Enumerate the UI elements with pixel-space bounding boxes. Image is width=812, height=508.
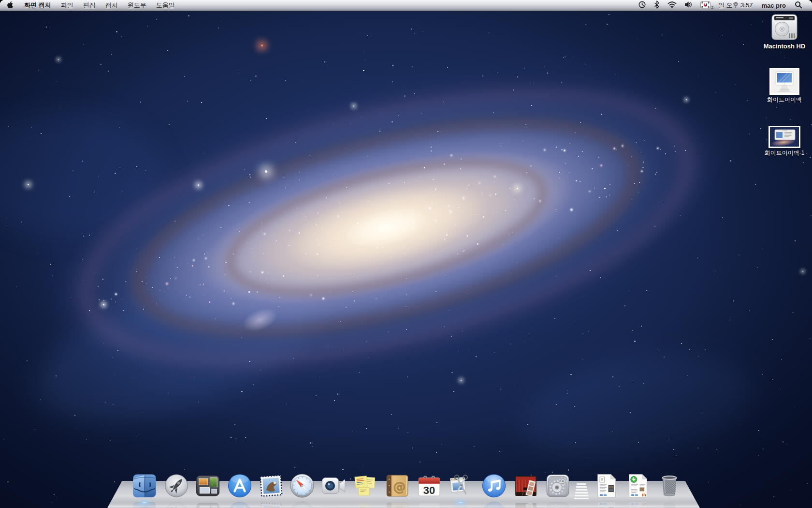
menu-bar: 화면 캡처 파일 편집 캡처 윈도우 도움말 (0, 0, 812, 11)
menu-window[interactable]: 윈도우 (123, 0, 151, 11)
volume-menu[interactable] (681, 0, 696, 11)
wallpaper-andromeda (0, 0, 812, 508)
menu-clock[interactable]: 일 오후 3:57 (714, 1, 757, 10)
running-app-indicator (140, 501, 149, 504)
app-menu-title[interactable]: 화면 캡처 (19, 0, 56, 11)
dock-item-document-download[interactable] (624, 472, 652, 499)
desktop-icon-label: 화이트아이맥 (761, 96, 808, 103)
dock-item-grab[interactable] (447, 472, 474, 499)
starfield (0, 0, 812, 508)
dock-item-trash[interactable] (656, 472, 683, 499)
menu-help[interactable]: 도움말 (151, 0, 180, 11)
desktop-icon-label: Macintosh HD (761, 43, 808, 50)
dock-item-stickies[interactable] (351, 472, 378, 499)
dock-item-system-preferences[interactable] (544, 472, 571, 499)
dock-item-finder[interactable] (131, 472, 158, 499)
volume-icon (684, 1, 693, 10)
companion-galaxy (239, 303, 281, 336)
screen-corner (808, 0, 812, 4)
spotlight-menu[interactable] (791, 0, 806, 11)
desktop-screen: 화면 캡처 파일 편집 캡처 윈도우 도움말 (0, 0, 812, 508)
wifi-menu[interactable] (664, 0, 681, 11)
korean-flag-icon (700, 1, 710, 10)
menu-capture[interactable]: 캡처 (101, 0, 123, 11)
svg-text:30: 30 (423, 484, 435, 496)
menu-edit[interactable]: 편집 (78, 0, 101, 11)
dock-item-facetime[interactable] (320, 472, 347, 499)
time-machine-menu[interactable] (634, 0, 650, 11)
dock-item-mail[interactable] (258, 472, 285, 499)
apple-logo-icon (7, 1, 14, 10)
dock-item-launchpad[interactable] (163, 472, 190, 499)
imac-photo-icon (769, 68, 799, 95)
spotlight-search-icon (795, 1, 802, 10)
dock-item-safari[interactable] (289, 472, 316, 499)
dock-item-photo-booth[interactable] (512, 472, 539, 499)
time-machine-icon (638, 0, 646, 10)
dock-item-document[interactable] (593, 472, 620, 499)
desktop-icon-white-imac-1[interactable]: 화이트아이맥-1 (761, 126, 808, 156)
screen-corner (0, 0, 4, 4)
dock-item-app-store[interactable] (226, 472, 253, 499)
input-source-badge: 2 (711, 5, 713, 10)
dock-item-itunes[interactable] (480, 472, 508, 499)
running-app-indicator (456, 501, 465, 504)
dock-item-ical[interactable]: 30 (416, 472, 443, 499)
menu-file[interactable]: 파일 (56, 0, 78, 11)
user-switch-menu[interactable]: mac pro (756, 2, 791, 9)
bluetooth-menu[interactable] (650, 0, 664, 11)
dock-item-mission-control[interactable] (194, 472, 221, 499)
desktop-icon-white-imac[interactable]: 화이트아이맥 (761, 68, 808, 103)
hard-drive-icon (761, 13, 808, 42)
wifi-icon (667, 1, 677, 10)
svg-text:@: @ (393, 479, 406, 494)
desktop-icon-macintosh-hd[interactable]: Macintosh HD (761, 13, 808, 50)
screenshot-photo-icon (768, 126, 800, 148)
dock-item-address-book[interactable]: @@ (384, 472, 411, 499)
bluetooth-icon (654, 0, 660, 10)
desktop-icon-label: 화이트아이맥-1 (761, 149, 808, 156)
input-source-menu[interactable]: 2 (696, 0, 714, 11)
